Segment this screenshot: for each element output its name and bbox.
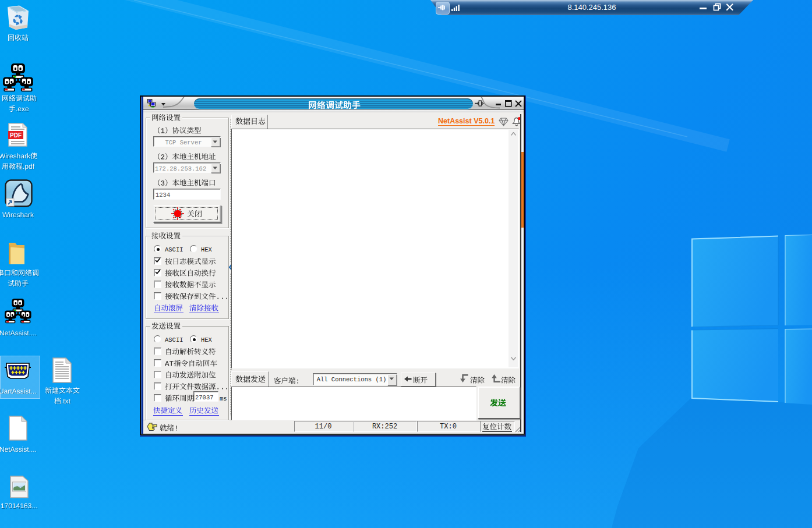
svg-text:PDF: PDF [10,132,22,139]
